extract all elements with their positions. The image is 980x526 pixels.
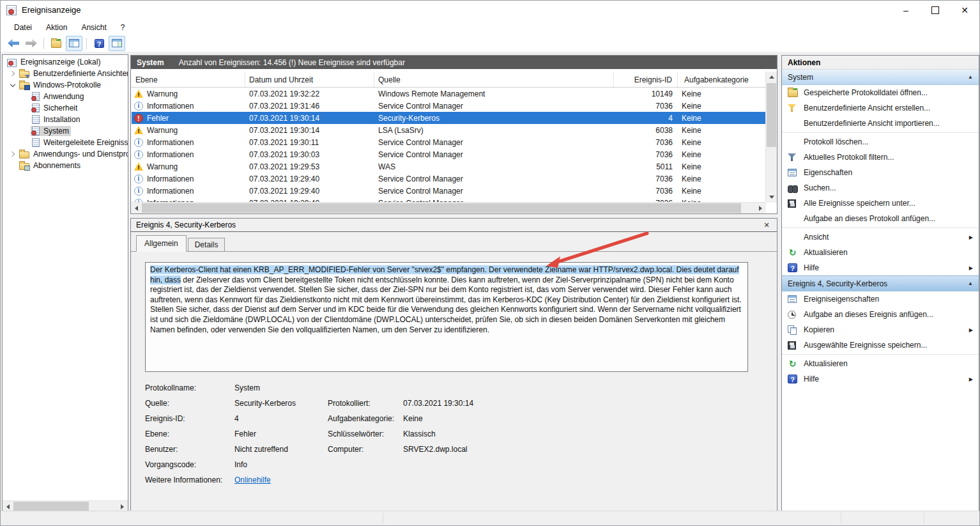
tree-item-anwendungs-und-dienstprotokolle[interactable]: Anwendungs- und Dienstprotokolle [3, 148, 128, 160]
event-row[interactable]: iInformationen07.03.2021 19:30:11Service… [132, 136, 766, 148]
action-suchen[interactable]: Suchen... [782, 180, 979, 196]
online-help-link[interactable]: Onlinehilfe [234, 476, 271, 484]
menu-bar: DateiAktionAnsicht? [1, 20, 979, 35]
action-group-label: Ereignis 4, Security-Kerberos [788, 279, 887, 288]
action-aufgabe-an-dieses-ereignis-anfügen[interactable]: Aufgabe an dieses Ereignis anfügen... [782, 307, 979, 322]
scrollbar-thumb[interactable] [767, 83, 776, 147]
column-header-quelle[interactable]: Quelle [374, 72, 614, 87]
field-value: Nicht zutreffend [234, 445, 288, 454]
menu-item-help[interactable]: ? [114, 21, 132, 34]
action-label: Suchen... [804, 183, 836, 192]
list-vertical-scrollbar[interactable] [765, 72, 777, 203]
action-hilfe[interactable]: ?Hilfe▶ [782, 260, 979, 275]
category-cell: Keine [678, 162, 766, 171]
scroll-up-button[interactable] [766, 72, 777, 82]
console-tree-button[interactable] [66, 36, 82, 51]
menu-item-datei[interactable]: Datei [7, 21, 39, 34]
event-viewer-icon [7, 59, 17, 67]
column-header-ereignis-id[interactable]: Ereignis-ID [614, 72, 678, 87]
tree-item-label: Installation [43, 115, 80, 124]
event-row[interactable]: !Fehler07.03.2021 19:30:14Security-Kerbe… [132, 112, 766, 124]
expander-icon[interactable] [7, 149, 18, 159]
detail-field-row: Protokollname:System [145, 383, 758, 399]
action-label: Ausgewählte Ereignisse speichern... [804, 341, 927, 350]
menu-item-ansicht[interactable]: Ansicht [74, 21, 113, 34]
tree-item-abonnements[interactable]: Abonnements [3, 160, 128, 171]
action-benutzerdefinierte-ansicht-erstellen[interactable]: Benutzerdefinierte Ansicht erstellen... [782, 100, 979, 116]
forward-arrow-button[interactable] [23, 36, 40, 51]
action-kopieren[interactable]: Kopieren▶ [782, 322, 979, 337]
action-pane-button[interactable] [109, 36, 125, 51]
back-arrow-button[interactable] [5, 36, 22, 51]
action-aktualisieren[interactable]: ↻Aktualisieren [782, 356, 979, 371]
action-aufgabe-an-dieses-protokoll-anfügen[interactable]: Aufgabe an dieses Protokoll anfügen... [782, 211, 979, 226]
minimize-button[interactable]: – [891, 1, 921, 20]
tree-item-benutzerdefinierte-ansichten[interactable]: Benutzerdefinierte Ansichten [3, 68, 128, 79]
category-cell: Keine [678, 114, 766, 123]
tree-item-system[interactable]: System [3, 125, 128, 137]
column-header-aufgabenkategorie[interactable]: Aufgabenkategorie [678, 72, 766, 87]
action-label: Protokoll löschen... [804, 137, 868, 146]
tree-item-content: Anwendungs- und Dienstprotokolle [18, 149, 128, 159]
detail-close-button[interactable]: ✕ [762, 221, 772, 229]
action-protokoll-löschen[interactable]: Protokoll löschen... [782, 134, 979, 150]
category-cell: Keine [678, 187, 766, 196]
tree-item-sicherheit[interactable]: Sicherheit [3, 102, 128, 114]
event-row[interactable]: iInformationen07.03.2021 19:31:46Service… [132, 100, 766, 112]
log-event-icon [32, 104, 40, 112]
action-gespeicherte-protokolldatei-öffnen[interactable]: Gespeicherte Protokolldatei öffnen... [782, 85, 979, 100]
column-header-datum-und-uhrzeit[interactable]: Datum und Uhrzeit [245, 72, 374, 87]
open-folder-button[interactable] [48, 36, 65, 51]
menu-item-aktion[interactable]: Aktion [39, 21, 74, 34]
tree-item-ereignisanzeige-lokal[interactable]: Ereignisanzeige (Lokal) [3, 56, 128, 68]
action-benutzerdefinierte-ansicht-importieren[interactable]: Benutzerdefinierte Ansicht importieren..… [782, 116, 979, 131]
scroll-down-button[interactable] [766, 192, 777, 203]
scroll-right-button[interactable] [755, 203, 766, 213]
tree-item-anwendung[interactable]: Anwendung [3, 91, 128, 102]
folder-sub-icon [19, 163, 29, 170]
event-viewer-window: Ereignisanzeige – ✕ DateiAktionAnsicht? … [0, 0, 980, 526]
action-icon-slot [788, 184, 804, 192]
action-hilfe[interactable]: ?Hilfe▶ [782, 371, 979, 387]
event-row[interactable]: !Warnung07.03.2021 19:29:53WAS5011Keine [132, 160, 766, 173]
close-button[interactable]: ✕ [950, 1, 979, 20]
scrollbar-thumb[interactable] [142, 203, 741, 213]
action-eigenschaften[interactable]: Eigenschaften [782, 165, 979, 180]
help-button[interactable]: ? [91, 36, 107, 51]
action-ausgewählte-ereignisse-speichern[interactable]: Ausgewählte Ereignisse speichern... [782, 337, 979, 353]
action-group-header-ereignis-4-security-kerberos[interactable]: Ereignis 4, Security-Kerberos▲ [782, 275, 979, 291]
banner-message: Anzahl von Ereignissen: 14.456 (!) Neue … [179, 58, 405, 67]
event-row[interactable]: !Warnung07.03.2021 19:32:22Windows Remot… [132, 88, 766, 100]
tab-allgemein[interactable]: Allgemein [136, 235, 187, 252]
expander-icon[interactable] [7, 80, 18, 90]
tree-item-installation[interactable]: Installation [3, 114, 128, 125]
event-row[interactable]: !Warnung07.03.2021 19:30:14LSA (LsaSrv)6… [132, 124, 766, 136]
help-icon: ? [788, 375, 797, 383]
log-event-icon [32, 127, 40, 135]
event-row[interactable]: iInformationen07.03.2021 19:29:40Service… [132, 173, 766, 185]
tree-item-windows-protokolle[interactable]: Windows-Protokolle [3, 79, 128, 91]
event-row[interactable]: iInformationen07.03.2021 19:29:40Service… [132, 185, 766, 197]
scrollbar-thumb[interactable] [13, 502, 89, 511]
maximize-button[interactable] [921, 1, 950, 20]
tree-item-label: System [43, 127, 69, 135]
event-row[interactable]: iInformationen07.03.2021 19:30:03Service… [132, 148, 766, 160]
action-ansicht[interactable]: Ansicht▶ [782, 229, 979, 245]
tree-item-content: Weitergeleitete Ereignisse [31, 137, 128, 148]
action-group-header-system[interactable]: System▲ [782, 70, 979, 85]
tree-item-weitergeleitete-ereignisse[interactable]: Weitergeleitete Ereignisse [3, 137, 128, 148]
action-aktuelles-protokoll-filtern[interactable]: Aktuelles Protokoll filtern... [782, 150, 979, 165]
action-alle-ereignisse-speichern-unter[interactable]: Alle Ereignisse speichern unter... [782, 196, 979, 211]
category-cell: Keine [678, 89, 766, 98]
action-aktualisieren[interactable]: ↻Aktualisieren [782, 245, 979, 260]
action-ereigniseigenschaften[interactable]: Ereigniseigenschaften [782, 291, 979, 307]
event-description-box[interactable]: Der Kerberos-Client hat einen KRB_AP_ERR… [145, 262, 748, 372]
tab-details[interactable]: Details [188, 238, 226, 251]
action-icon-slot: ? [788, 263, 804, 272]
field-value: 4 [234, 414, 239, 423]
scroll-left-button[interactable] [131, 203, 142, 213]
column-header-ebene[interactable]: Ebene [132, 72, 245, 87]
expander-icon[interactable] [7, 68, 18, 79]
list-horizontal-scrollbar[interactable] [131, 202, 766, 213]
detail-header: Ereignis 4, Security-Kerberos ✕ [131, 219, 777, 232]
